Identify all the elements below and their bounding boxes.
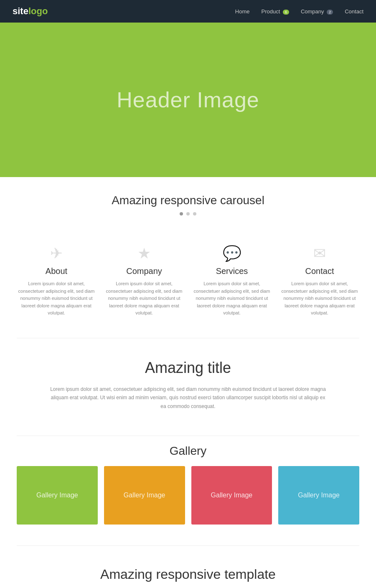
navbar: sitelogo Home Product 6 Company 2 Contac… (0, 0, 376, 23)
contact-title: Contact (280, 266, 359, 276)
company-title: Company (104, 266, 184, 276)
page-wrapper: sitelogo Home Product 6 Company 2 Contac… (0, 0, 376, 588)
about-icon: ✈ (17, 245, 96, 262)
carousel-dots (25, 212, 351, 215)
nav-item-company[interactable]: Company 2 (301, 8, 333, 15)
carousel-dot-2[interactable] (186, 212, 190, 215)
hero-title: Header Image (117, 87, 259, 112)
about-title: About (17, 266, 96, 276)
services-text: Lorem ipsum dolor sit amet, consectetuer… (192, 280, 272, 317)
carousel-dot-3[interactable] (193, 212, 196, 215)
gallery-item-3[interactable]: Gallery Image (191, 466, 272, 525)
nav-item-contact[interactable]: Contact (345, 8, 363, 15)
company-icon: ★ (104, 245, 184, 262)
services-title: Services (192, 266, 272, 276)
gallery-label-2: Gallery Image (124, 492, 165, 499)
gallery-label-3: Gallery Image (211, 492, 253, 499)
nav-link-contact[interactable]: Contact (345, 8, 363, 15)
amazing-title: Amazing title (50, 359, 326, 377)
logo-logo-text: logo (28, 6, 48, 17)
about-text: Lorem ipsum dolor sit amet, consectetuer… (17, 280, 96, 317)
feature-company: ★ Company Lorem ipsum dolor sit amet, co… (104, 245, 184, 317)
company-text: Lorem ipsum dolor sit amet, consectetuer… (104, 280, 184, 317)
product-badge: 6 (283, 10, 289, 15)
nav-link-product[interactable]: Product 6 (261, 8, 289, 15)
contact-text: Lorem ipsum dolor sit amet, consectetuer… (280, 280, 359, 317)
template-section: Amazing responsive template Lorem ipsum … (0, 546, 376, 588)
feature-services: 💬 Services Lorem ipsum dolor sit amet, c… (192, 245, 272, 317)
gallery-label-4: Gallery Image (298, 492, 340, 499)
main-content: Amazing responsive carousel ✈ About Lore… (0, 177, 376, 588)
contact-icon: ✉ (280, 245, 359, 262)
nav-item-home[interactable]: Home (235, 8, 250, 15)
nav-link-company[interactable]: Company 2 (301, 8, 333, 15)
site-logo: sitelogo (13, 6, 48, 17)
amazing-text: Lorem ipsum dolor sit amet, consectetuer… (50, 385, 326, 411)
carousel-section: Amazing responsive carousel (0, 177, 376, 245)
gallery-item-4[interactable]: Gallery Image (278, 466, 359, 525)
template-title: Amazing responsive template (50, 567, 326, 582)
nav-menu: Home Product 6 Company 2 Contact (235, 8, 363, 15)
gallery-item-2[interactable]: Gallery Image (104, 466, 185, 525)
logo-site-text: site (13, 6, 28, 17)
gallery-title: Gallery (17, 444, 359, 458)
features-grid: ✈ About Lorem ipsum dolor sit amet, cons… (0, 245, 376, 338)
feature-contact: ✉ Contact Lorem ipsum dolor sit amet, co… (280, 245, 359, 317)
gallery-label-1: Gallery Image (36, 492, 78, 499)
company-badge: 2 (327, 10, 333, 15)
nav-link-home[interactable]: Home (235, 8, 250, 15)
gallery-item-1[interactable]: Gallery Image (17, 466, 98, 525)
hero-section: Header Image (0, 23, 376, 177)
carousel-title: Amazing responsive carousel (25, 194, 351, 207)
services-icon: 💬 (192, 245, 272, 262)
carousel-dot-1[interactable] (180, 212, 183, 215)
amazing-section: Amazing title Lorem ipsum dolor sit amet… (0, 338, 376, 436)
feature-about: ✈ About Lorem ipsum dolor sit amet, cons… (17, 245, 96, 317)
nav-item-product[interactable]: Product 6 (261, 8, 289, 15)
gallery-grid: Gallery Image Gallery Image Gallery Imag… (17, 466, 359, 525)
gallery-section: Gallery Gallery Image Gallery Image Gall… (0, 436, 376, 545)
